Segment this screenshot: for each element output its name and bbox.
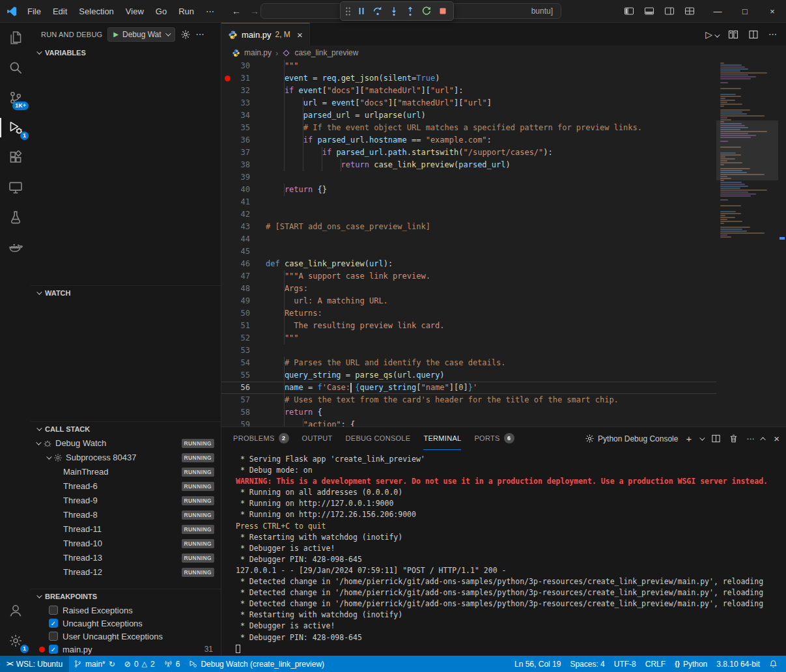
breakpoint-gutter[interactable] xyxy=(221,320,233,332)
breakpoint-item[interactable]: Raised Exceptions xyxy=(31,604,221,617)
panel-tab-ports[interactable]: PORTS6 xyxy=(474,427,514,450)
code-line[interactable]: 32if event["docs"]["matchedUrl"]["url"]: xyxy=(221,85,778,97)
menu-view[interactable]: View xyxy=(120,4,150,19)
code-line[interactable]: 46def case_link_preview(url): xyxy=(221,258,778,270)
code-line[interactable]: 45 xyxy=(221,245,778,258)
breakpoint-gutter[interactable] xyxy=(221,406,233,419)
callstack-item[interactable]: Thread-12RUNNING xyxy=(31,565,221,580)
activity-source-control[interactable]: 1K+ xyxy=(0,83,31,113)
status-python-version[interactable]: 3.8.10 64-bit xyxy=(712,656,765,672)
breakpoint-gutter[interactable] xyxy=(221,307,233,320)
activity-testing[interactable] xyxy=(0,203,31,232)
code-line[interactable]: 52""" xyxy=(221,332,778,344)
activity-run-debug[interactable]: 1 xyxy=(0,113,31,143)
breakpoint-gutter[interactable] xyxy=(221,258,233,270)
breakpoint-gutter[interactable] xyxy=(221,221,233,233)
panel-tab-terminal[interactable]: TERMINAL xyxy=(423,427,461,450)
new-terminal-icon[interactable]: + xyxy=(686,433,692,444)
status-problems[interactable]: ⊘0△2 xyxy=(120,656,160,672)
activity-extensions[interactable] xyxy=(0,143,31,173)
minimize-button[interactable]: — xyxy=(704,0,731,22)
close-panel-icon[interactable]: × xyxy=(774,433,779,444)
step-into-button[interactable] xyxy=(386,3,402,19)
minimap[interactable] xyxy=(716,60,778,427)
status-eol[interactable]: CRLF xyxy=(641,656,670,672)
scrollbar[interactable] xyxy=(778,60,786,427)
code-line[interactable]: 58return { xyxy=(221,406,778,419)
code-line[interactable]: 44 xyxy=(221,233,778,245)
menu-more[interactable]: ⋯ xyxy=(200,4,220,19)
status-ports-forwarded[interactable]: 6 xyxy=(160,656,185,672)
step-out-button[interactable] xyxy=(402,3,418,19)
breakpoint-gutter[interactable] xyxy=(221,332,233,344)
breakpoint-item[interactable]: ✓main.py31 xyxy=(31,643,221,656)
panel-tab-problems[interactable]: PROBLEMS2 xyxy=(233,427,289,450)
code-line[interactable]: 37if parsed_url.path.startswith("/suppor… xyxy=(221,147,778,159)
breakpoint-gutter[interactable] xyxy=(221,233,233,245)
call-stack-section-header[interactable]: CALL STACK xyxy=(31,422,221,436)
status-debug-status[interactable]: Debug Watch (create_link_preview) xyxy=(184,656,329,672)
breakpoint-gutter[interactable] xyxy=(221,419,233,427)
code-line[interactable]: 59"action": { xyxy=(221,419,778,427)
breakpoint-item[interactable]: User Uncaught Exceptions xyxy=(31,630,221,643)
toggle-panel-icon[interactable] xyxy=(644,6,654,16)
callstack-item[interactable]: Thread-6RUNNING xyxy=(31,479,221,494)
panel-more-icon[interactable]: ⋯ xyxy=(746,434,754,443)
breakpoint-checkbox[interactable]: ✓ xyxy=(49,645,58,654)
breakpoint-gutter[interactable] xyxy=(221,171,233,184)
code-line[interactable]: 47"""A support case link preview. xyxy=(221,270,778,283)
status-notifications[interactable] xyxy=(765,656,782,672)
breakpoint-item[interactable]: ✓Uncaught Exceptions xyxy=(31,617,221,630)
drag-handle-icon[interactable] xyxy=(345,7,351,16)
activity-settings[interactable]: 1 xyxy=(0,626,31,656)
menu-file[interactable]: File xyxy=(21,4,47,19)
watch-section-header[interactable]: WATCH xyxy=(31,286,221,300)
pause-button[interactable] xyxy=(354,3,369,19)
code-line[interactable]: 39 xyxy=(221,171,778,184)
activity-remote-explorer[interactable] xyxy=(0,173,31,203)
breakpoint-gutter[interactable] xyxy=(221,196,233,208)
callstack-item[interactable]: Thread-10RUNNING xyxy=(31,537,221,551)
go-forward-icon[interactable]: → xyxy=(250,6,259,16)
code-line[interactable]: 30""" xyxy=(221,60,778,72)
breakpoint-gutter[interactable] xyxy=(221,134,233,147)
kill-terminal-icon[interactable] xyxy=(729,434,738,443)
callstack-item[interactable]: Thread-9RUNNING xyxy=(31,494,221,508)
code-line[interactable]: 31event = req.get_json(silent=True) xyxy=(221,72,778,85)
step-over-button[interactable] xyxy=(370,3,386,19)
code-line[interactable]: 51The resulting preview link card. xyxy=(221,320,778,332)
breakpoint-gutter[interactable] xyxy=(221,208,233,221)
breakpoint-gutter[interactable] xyxy=(221,60,233,72)
minimap-slider[interactable] xyxy=(716,120,778,180)
terminal-profile[interactable]: Python Debug Console xyxy=(585,434,678,443)
menu-edit[interactable]: Edit xyxy=(47,4,73,19)
code-line[interactable]: 35# If the event object URL matches a sp… xyxy=(221,122,778,134)
status-language-mode[interactable]: {}Python xyxy=(670,656,712,672)
breakpoint-gutter[interactable] xyxy=(221,159,233,171)
terminal-dropdown-icon[interactable] xyxy=(699,435,705,440)
start-debugging-icon[interactable]: ▶ xyxy=(113,31,119,38)
callstack-item[interactable]: Thread-13RUNNING xyxy=(31,551,221,565)
breakpoint-gutter[interactable] xyxy=(221,382,233,394)
run-python-file-button[interactable]: ▷ xyxy=(705,29,718,40)
status-cursor-position[interactable]: Ln 56, Col 19 xyxy=(510,656,565,672)
close-button[interactable]: × xyxy=(759,0,786,22)
stop-button[interactable] xyxy=(435,3,451,19)
code-line[interactable]: 33url = event["docs"]["matchedUrl"]["url… xyxy=(221,97,778,109)
menu-run[interactable]: Run xyxy=(173,4,200,19)
code-line[interactable]: 40return {} xyxy=(221,184,778,196)
split-editor-icon[interactable] xyxy=(748,29,759,40)
status-branch[interactable]: main*↻ xyxy=(69,656,120,672)
activity-accounts[interactable] xyxy=(0,596,31,626)
maximize-panel-icon[interactable] xyxy=(761,437,766,442)
panel-tab-debug-console[interactable]: DEBUG CONSOLE xyxy=(346,427,411,450)
breakpoint-checkbox[interactable] xyxy=(49,606,58,615)
open-changes-icon[interactable] xyxy=(728,29,738,40)
status-encoding[interactable]: UTF-8 xyxy=(610,656,641,672)
code-line[interactable]: 54# Parses the URL and identify the case… xyxy=(221,357,778,369)
status-indentation[interactable]: Spaces: 4 xyxy=(565,656,609,672)
breadcrumb-file[interactable]: main.py xyxy=(244,48,272,57)
breakpoint-gutter[interactable] xyxy=(221,295,233,307)
code-line[interactable]: 49url: A matching URL. xyxy=(221,295,778,307)
code-line[interactable]: 57# Uses the text from the card's header… xyxy=(221,394,778,406)
